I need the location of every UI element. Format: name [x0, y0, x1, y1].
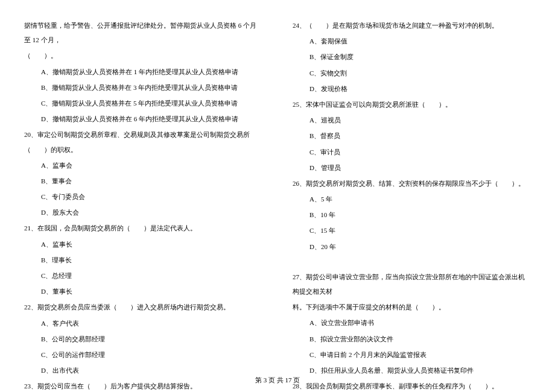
page-footer: 第 3 页 共 17 页 — [0, 376, 555, 385]
q27-text-line2: 料。下列选项中不属于应提交的材料的是（ ）。 — [293, 300, 531, 314]
q20-option-d: D、股东大会 — [24, 205, 262, 220]
q26-option-d: D、20 年 — [293, 239, 531, 254]
q21-option-d: D、董事长 — [24, 284, 262, 299]
left-column: 据情节轻重，给予警告、公开通报批评纪律处分。暂停期货从业人员资格 6 个月至 1… — [24, 18, 262, 368]
q24-option-a: A、套期保值 — [293, 34, 531, 48]
q21-option-a: A、监事长 — [24, 237, 262, 251]
q25-option-c: C、审计员 — [293, 145, 531, 159]
q19-intro-line2: （ ）。 — [24, 48, 262, 63]
q19-option-a: A、撤销期货从业人员资格并在 1 年内拒绝受理其从业人员资格申请 — [24, 65, 262, 79]
q25-option-b: B、督察员 — [293, 128, 531, 143]
q27-option-b: B、拟设立营业部的决议文件 — [293, 332, 531, 346]
q25-text: 25、宋体中国证监会可以向期货交易所派驻（ ）。 — [293, 97, 531, 112]
q26-option-a: A、5 年 — [293, 192, 531, 206]
q20-option-c: C、专门委员会 — [24, 189, 262, 204]
q22-option-c: C、公司的运作部经理 — [24, 347, 262, 362]
q20-option-b: B、董事会 — [24, 174, 262, 188]
q27-text-line1: 27、期货公司申请设立营业部，应当向拟设立营业部所在地的中国证监会派出机构提交相… — [293, 270, 531, 299]
q19-option-c: C、撤销期货从业人员资格并在 5 年内拒绝受理其从业人员资格申请 — [24, 96, 262, 110]
q24-text: 24、（ ）是在期货市场和现货市场之间建立一种盈亏对冲的机制。 — [293, 18, 531, 33]
q25-option-a: A、巡视员 — [293, 113, 531, 127]
q19-intro-line1: 据情节轻重，给予警告、公开通报批评纪律处分。暂停期货从业人员资格 6 个月至 1… — [24, 18, 262, 47]
q22-option-a: A、客户代表 — [24, 316, 262, 330]
q20-text: 20、审定公司制期货交易所章程、交易规则及其修改草案是公司制期货交易所（ ）的职… — [24, 127, 262, 156]
q27-option-a: A、设立营业部申请书 — [293, 315, 531, 330]
right-column: 24、（ ）是在期货市场和现货市场之间建立一种盈亏对冲的机制。 A、套期保值 B… — [293, 18, 531, 368]
q26-option-b: B、10 年 — [293, 207, 531, 222]
q22-text: 22、期货交易所会员应当委派（ ）进入交易所场内进行期货交易。 — [24, 300, 262, 314]
q26-option-c: C、15 年 — [293, 223, 531, 238]
q25-option-d: D、管理员 — [293, 160, 531, 175]
q21-text: 21、在我国，会员制期货交易所的（ ）是法定代表人。 — [24, 221, 262, 235]
q20-option-a: A、监事会 — [24, 158, 262, 172]
q24-option-b: B、保证金制度 — [293, 49, 531, 64]
q24-option-d: D、发现价格 — [293, 81, 531, 96]
q21-option-b: B、理事长 — [24, 253, 262, 267]
q19-option-b: B、撤销期货从业人员资格并在 3 年内拒绝受理其从业人员资格申请 — [24, 80, 262, 95]
q22-option-b: B、公司的交易部经理 — [24, 332, 262, 346]
q19-option-d: D、撤销期货从业人员资格并在 6 年内拒绝受理其从业人员资格申请 — [24, 112, 262, 126]
q26-text: 26、期货交易所对期货交易、结算、交割资料的保存期限应当不少于（ ）。 — [293, 176, 531, 191]
q24-option-c: C、实物交割 — [293, 66, 531, 80]
q21-option-c: C、总经理 — [24, 268, 262, 283]
q27-option-c: C、申请日前 2 个月月末的风险监管报表 — [293, 347, 531, 362]
